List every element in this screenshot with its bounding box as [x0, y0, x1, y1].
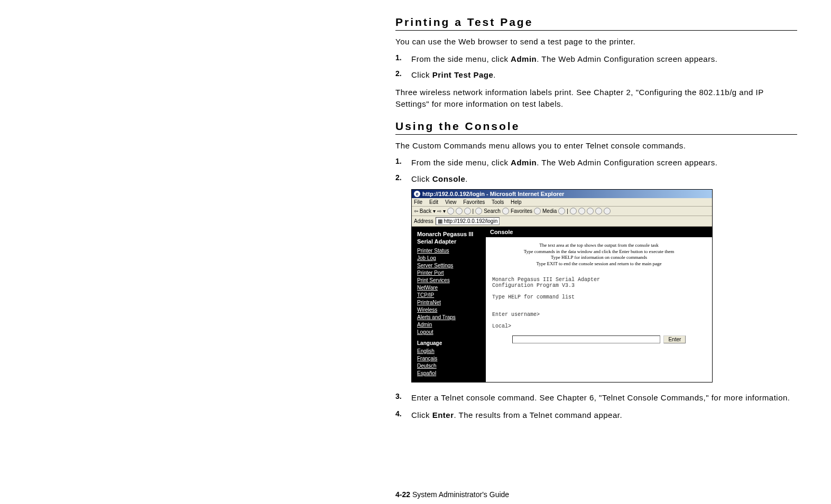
address-input[interactable]: ▦ http://192.0.0.192/login	[436, 217, 500, 225]
ie-body: Monarch Pegasus III Serial Adapter Print…	[412, 227, 712, 382]
page-number: 4-22	[395, 490, 410, 499]
enter-button[interactable]: Enter	[663, 335, 686, 343]
menu-favorites[interactable]: Favorites	[463, 199, 485, 205]
section1-step2: 2. Click Print Test Page.	[395, 69, 797, 81]
section1-intro: You can use the Web browser to send a te…	[395, 36, 797, 48]
console-desc-line: Type EXIT to end the console session and…	[496, 261, 701, 267]
favorites-label[interactable]: Favorites	[511, 208, 532, 214]
language-header: Language	[417, 340, 481, 346]
forward-button[interactable]: ⇨ ▾	[437, 208, 446, 214]
step-text: From the side menu, click Admin. The Web…	[411, 157, 717, 169]
menu-view[interactable]: View	[445, 199, 457, 205]
ie-title-text: http://192.0.0.192/login - Microsoft Int…	[422, 191, 564, 197]
console-description: The text area at the top shows the outpu…	[486, 237, 712, 273]
step-text: Click Console.	[411, 173, 468, 185]
sidebar-link-netware[interactable]: NetWare	[417, 285, 481, 291]
step-text-bold: Console	[432, 174, 466, 183]
discuss-icon[interactable]	[595, 208, 602, 214]
console-line: Type HELP for command list	[492, 294, 706, 300]
step-text-a: Click	[411, 174, 432, 183]
ie-menubar: File Edit View Favorites Tools Help	[412, 198, 712, 207]
lang-english[interactable]: English	[417, 348, 481, 354]
sidebar-link-alerts[interactable]: Alerts and Traps	[417, 314, 481, 320]
step-text-a: Click	[411, 410, 432, 419]
step-text: From the side menu, click Admin. The Web…	[411, 53, 717, 66]
ie-main: Console The text area at the top shows t…	[486, 227, 712, 382]
step-text-b: . The results from a Telnet command appe…	[454, 410, 623, 419]
step-text-bold: Admin	[511, 54, 537, 63]
step-text-b: .	[465, 174, 468, 183]
tool-icon[interactable]	[604, 208, 611, 214]
step-text-bold: Print Test Page	[432, 70, 494, 79]
console-line: Configuration Program V3.3	[492, 283, 706, 288]
ie-window: e http://192.0.0.192/login - Microsoft I…	[411, 189, 713, 382]
section1-outro: Three wireless network information label…	[395, 87, 797, 110]
step-text-a: From the side menu, click	[411, 54, 511, 63]
menu-edit[interactable]: Edit	[429, 199, 438, 205]
mail-icon[interactable]	[570, 208, 577, 214]
history-icon[interactable]	[558, 208, 565, 214]
step-number: 1.	[395, 157, 411, 169]
sidebar-link-admin[interactable]: Admin	[417, 322, 481, 328]
console-desc-line: Type commands in the data window and cli…	[496, 249, 701, 255]
step-text-b: .	[493, 70, 496, 79]
section1-step1: 1. From the side menu, click Admin. The …	[395, 53, 797, 66]
sidebar-link-tcpip[interactable]: TCP/IP	[417, 292, 481, 298]
ie-sidebar: Monarch Pegasus III Serial Adapter Print…	[412, 227, 486, 382]
lang-deutsch[interactable]: Deutsch	[417, 363, 481, 369]
media-label[interactable]: Media	[542, 208, 557, 214]
search-label[interactable]: Search	[484, 208, 501, 214]
sidebar-link-logout[interactable]: Logout	[417, 329, 481, 335]
section2-step1: 1. From the side menu, click Admin. The …	[395, 157, 797, 169]
edit-icon[interactable]	[587, 208, 594, 214]
section2-step2: 2. Click Console.	[395, 173, 797, 185]
media-icon[interactable]	[534, 208, 541, 214]
sidebar-link-printranet[interactable]: PrintraNet	[417, 300, 481, 305]
sidebar-link-printer-status[interactable]: Printer Status	[417, 248, 481, 254]
refresh-icon[interactable]	[456, 208, 463, 214]
console-desc-line: Type HELP for information on console com…	[496, 255, 701, 261]
menu-tools[interactable]: Tools	[492, 199, 504, 205]
toolbar-sep: |	[567, 208, 568, 214]
ie-addressbar: Address ▦ http://192.0.0.192/login	[412, 216, 712, 227]
sidebar-link-server-settings[interactable]: Server Settings	[417, 263, 481, 268]
sidebar-link-printer-port[interactable]: Printer Port	[417, 270, 481, 276]
console-input-row: Enter	[486, 333, 712, 349]
sidebar-link-wireless[interactable]: Wireless	[417, 307, 481, 313]
section-heading-print-test: Printing a Test Page	[395, 16, 797, 31]
console-line: Local>	[492, 323, 706, 329]
step-text: Click Enter. The results from a Telnet c…	[411, 409, 622, 422]
console-line: Enter username>	[492, 312, 706, 318]
console-command-input[interactable]	[512, 335, 660, 343]
console-desc-line: The text area at the top shows the outpu…	[496, 242, 701, 249]
print-icon[interactable]	[578, 208, 585, 214]
menu-help[interactable]: Help	[511, 199, 522, 205]
ie-titlebar: e http://192.0.0.192/login - Microsoft I…	[412, 190, 712, 198]
back-button[interactable]: ⇦ Back ▾	[414, 208, 436, 214]
step-number: 2.	[395, 173, 411, 185]
search-icon[interactable]	[475, 208, 482, 214]
stop-icon[interactable]	[447, 208, 454, 214]
page-footer: 4-22 System Administrator's Guide	[395, 490, 509, 499]
favorites-icon[interactable]	[502, 208, 509, 214]
step-text-a: From the side menu, click	[411, 158, 511, 167]
sidebar-subtitle: Serial Adapter	[417, 238, 481, 245]
section2-step3: 3. Enter a Telnet console command. See C…	[395, 392, 797, 404]
step-text-bold: Admin	[511, 158, 537, 167]
ie-toolbar: ⇦ Back ▾ ⇨ ▾ | Search Favorites Media |	[412, 207, 712, 216]
console-output: Monarch Pegasus III Serial Adapter Confi…	[486, 273, 712, 333]
lang-espanol[interactable]: Español	[417, 370, 481, 376]
lang-francais[interactable]: Français	[417, 356, 481, 361]
toolbar-sep: |	[473, 208, 474, 214]
sidebar-link-job-log[interactable]: Job Log	[417, 255, 481, 261]
address-value: http://192.0.0.192/login	[444, 218, 497, 224]
console-header: Console	[486, 227, 712, 237]
step-text: Enter a Telnet console command. See Chap…	[411, 392, 790, 404]
step-number: 4.	[395, 409, 411, 422]
step-number: 1.	[395, 53, 411, 66]
step-number: 2.	[395, 69, 411, 81]
home-icon[interactable]	[464, 208, 471, 214]
sidebar-link-print-services[interactable]: Print Services	[417, 277, 481, 283]
address-label: Address	[414, 218, 433, 224]
menu-file[interactable]: File	[414, 199, 422, 205]
